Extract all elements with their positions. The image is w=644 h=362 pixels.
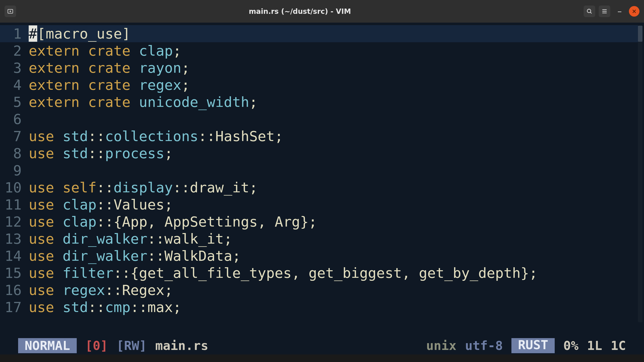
line-number: 9: [3, 162, 29, 179]
code-area[interactable]: 1#[macro_use]2extern crate clap;3extern …: [0, 23, 644, 316]
code-line[interactable]: 4extern crate regex;: [3, 76, 644, 94]
line-content[interactable]: extern crate rayon;: [29, 59, 190, 76]
status-changes: [0]: [85, 338, 108, 353]
line-number: 1: [3, 25, 29, 42]
line-number: 10: [3, 179, 29, 196]
status-col: 1C: [611, 338, 626, 353]
status-line: 1L: [587, 338, 602, 353]
code-line[interactable]: 14use dir_walker::WalkData;: [3, 247, 644, 264]
editor-viewport[interactable]: 1#[macro_use]2extern crate clap;3extern …: [0, 23, 644, 337]
line-number: 7: [3, 128, 29, 145]
status-filetype: RUST: [511, 338, 555, 353]
line-content[interactable]: use std::collections::HashSet;: [29, 128, 283, 145]
hamburger-icon: [601, 8, 608, 15]
code-line[interactable]: 13use dir_walker::walk_it;: [3, 230, 644, 247]
line-content[interactable]: use clap::{App, AppSettings, Arg};: [29, 213, 317, 230]
titlebar: main.rs (~/dust/src) - VIM: [0, 0, 644, 23]
minimize-icon: [617, 8, 623, 14]
line-number: 6: [3, 111, 29, 128]
status-fileformat: unix: [426, 338, 456, 353]
line-content[interactable]: use filter::{get_all_file_types, get_big…: [29, 264, 538, 282]
vim-mode: NORMAL: [18, 338, 77, 353]
code-line[interactable]: 3extern crate rayon;: [3, 59, 644, 76]
line-number: 8: [3, 145, 29, 162]
line-number: 2: [3, 42, 29, 59]
line-content[interactable]: extern crate unicode_width;: [29, 94, 258, 111]
new-tab-button[interactable]: [5, 6, 16, 17]
scrollbar-thumb[interactable]: [638, 26, 642, 42]
search-button[interactable]: [584, 6, 595, 17]
line-number: 5: [3, 94, 29, 111]
line-content[interactable]: use clap::Values;: [29, 196, 173, 213]
status-percent: 0%: [563, 338, 578, 353]
line-content[interactable]: #[macro_use]: [29, 25, 131, 42]
close-icon: [632, 9, 637, 14]
line-content[interactable]: use regex::Regex;: [29, 282, 173, 299]
svg-line-4: [590, 12, 591, 13]
code-line[interactable]: 6: [3, 111, 644, 128]
line-content[interactable]: extern crate regex;: [29, 76, 190, 94]
status-readwrite: [RW]: [116, 338, 147, 353]
line-number: 11: [3, 196, 29, 213]
code-line[interactable]: 7use std::collections::HashSet;: [3, 128, 644, 145]
line-number: 16: [3, 282, 29, 299]
line-content[interactable]: use std::cmp::max;: [29, 299, 181, 316]
code-line[interactable]: 1#[macro_use]: [3, 25, 644, 42]
line-content[interactable]: use std::process;: [29, 145, 173, 162]
status-encoding: utf-8: [465, 338, 503, 353]
code-line[interactable]: 12use clap::{App, AppSettings, Arg};: [3, 213, 644, 230]
svg-point-3: [587, 9, 591, 13]
code-line[interactable]: 10use self::display::draw_it;: [3, 179, 644, 196]
code-line[interactable]: 5extern crate unicode_width;: [3, 94, 644, 111]
line-number: 3: [3, 59, 29, 76]
code-line[interactable]: 9: [3, 162, 644, 179]
code-line[interactable]: 17use std::cmp::max;: [3, 299, 644, 316]
line-content[interactable]: use dir_walker::walk_it;: [29, 230, 232, 247]
search-icon: [586, 8, 593, 15]
line-number: 12: [3, 213, 29, 230]
desktop-bottom-strip: [0, 354, 644, 362]
line-content[interactable]: use self::display::draw_it;: [29, 179, 258, 196]
line-number: 4: [3, 76, 29, 94]
line-number: 17: [3, 299, 29, 316]
menu-button[interactable]: [599, 6, 610, 17]
line-number: 15: [3, 264, 29, 282]
line-content[interactable]: use dir_walker::WalkData;: [29, 247, 241, 264]
close-button[interactable]: [629, 6, 639, 17]
code-line[interactable]: 15use filter::{get_all_file_types, get_b…: [3, 264, 644, 282]
code-line[interactable]: 16use regex::Regex;: [3, 282, 644, 299]
statusline: NORMAL [0] [RW] main.rs unix utf-8 RUST …: [0, 337, 644, 354]
code-line[interactable]: 2extern crate clap;: [3, 42, 644, 59]
line-content[interactable]: extern crate clap;: [29, 42, 181, 59]
scrollbar-track[interactable]: [638, 26, 642, 322]
window-title: main.rs (~/dust/src) - VIM: [20, 7, 580, 16]
minimize-button[interactable]: [614, 6, 625, 17]
code-line[interactable]: 8use std::process;: [3, 145, 644, 162]
line-number: 14: [3, 247, 29, 264]
status-filename: main.rs: [155, 338, 208, 353]
terminal-window: main.rs (~/dust/src) - VIM: [0, 0, 644, 354]
code-line[interactable]: 11use clap::Values;: [3, 196, 644, 213]
line-number: 13: [3, 230, 29, 247]
